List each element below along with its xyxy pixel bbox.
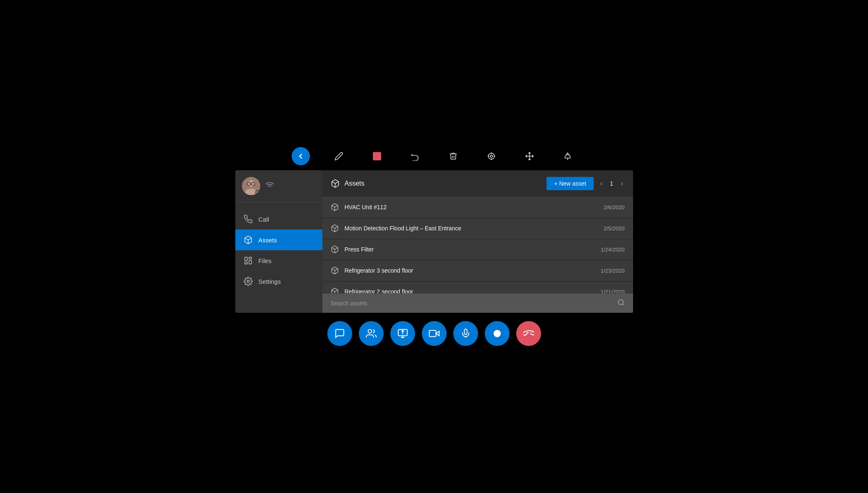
undo-button[interactable] bbox=[406, 147, 424, 165]
chat-button[interactable] bbox=[327, 321, 352, 346]
assets-header-icon bbox=[331, 179, 340, 188]
header-right: + New asset ‹ 1 › bbox=[546, 177, 624, 190]
sidebar-item-assets[interactable]: Assets bbox=[235, 230, 322, 250]
asset-icon-4 bbox=[331, 288, 339, 293]
asset-name-4: Refrigerator 2 second floor bbox=[345, 288, 413, 293]
svg-point-23 bbox=[247, 280, 249, 283]
svg-marker-37 bbox=[436, 331, 439, 336]
asset-name-1: Motion Detection Flood Light – East Entr… bbox=[345, 225, 462, 232]
assets-label: Assets bbox=[259, 237, 277, 244]
mic-button[interactable] bbox=[453, 321, 478, 346]
avatar bbox=[242, 177, 260, 195]
asset-date-3: 1/23/2020 bbox=[601, 268, 625, 274]
participants-button[interactable] bbox=[359, 321, 384, 346]
asset-icon-3 bbox=[331, 266, 339, 275]
end-call-button[interactable] bbox=[516, 321, 541, 346]
settings-icon bbox=[244, 277, 253, 286]
content-area: Assets + New asset ‹ 1 › bbox=[322, 170, 633, 313]
delete-button[interactable] bbox=[444, 147, 462, 165]
next-page-button[interactable]: › bbox=[619, 178, 624, 189]
svg-point-32 bbox=[368, 329, 372, 333]
record-button[interactable] bbox=[485, 321, 510, 346]
sidebar-nav: Call Assets bbox=[235, 202, 322, 313]
search-input[interactable] bbox=[331, 300, 613, 307]
svg-point-0 bbox=[488, 153, 494, 160]
svg-point-1 bbox=[490, 155, 493, 157]
app-container: Call Assets bbox=[227, 147, 641, 346]
move-button[interactable] bbox=[520, 147, 539, 165]
asset-date-4: 1/21/2020 bbox=[601, 289, 625, 294]
wifi-icon bbox=[265, 181, 274, 192]
online-badge bbox=[255, 190, 259, 194]
asset-icon-1 bbox=[331, 224, 339, 232]
prev-page-button[interactable]: ‹ bbox=[599, 178, 604, 189]
asset-icon-0 bbox=[331, 203, 339, 211]
asset-name-3: Refrigerator 3 second floor bbox=[345, 267, 413, 274]
sidebar-item-call[interactable]: Call bbox=[235, 209, 322, 230]
pagination: ‹ 1 › bbox=[599, 178, 625, 189]
svg-rect-39 bbox=[464, 329, 467, 334]
content-title: Assets bbox=[331, 179, 365, 188]
asset-item-1[interactable]: Motion Detection Flood Light – East Entr… bbox=[322, 218, 633, 239]
asset-item-2[interactable]: Press Filter 1/24/2020 bbox=[322, 239, 633, 260]
video-button[interactable] bbox=[422, 321, 447, 346]
action-bar bbox=[327, 321, 541, 346]
settings-label: Settings bbox=[259, 278, 281, 285]
content-header: Assets + New asset ‹ 1 › bbox=[322, 170, 633, 197]
call-label: Call bbox=[259, 216, 269, 223]
svg-rect-19 bbox=[244, 257, 247, 261]
asset-date-2: 1/24/2020 bbox=[601, 247, 625, 253]
back-button[interactable] bbox=[292, 147, 310, 165]
main-window: Call Assets bbox=[235, 170, 633, 313]
new-asset-button[interactable]: + New asset bbox=[546, 177, 593, 190]
asset-item-0[interactable]: HVAC Unit #112 2/6/2020 bbox=[322, 197, 633, 218]
svg-rect-21 bbox=[249, 261, 251, 264]
sidebar-item-settings[interactable]: Settings bbox=[235, 271, 322, 292]
page-title: Assets bbox=[345, 180, 365, 187]
target-button[interactable] bbox=[482, 147, 500, 165]
files-label: Files bbox=[259, 257, 272, 264]
asset-name-2: Press Filter bbox=[345, 246, 374, 253]
asset-icon-2 bbox=[331, 245, 339, 254]
svg-point-41 bbox=[493, 330, 500, 337]
svg-rect-38 bbox=[429, 330, 436, 336]
asset-list: HVAC Unit #112 2/6/2020 Motion Detection… bbox=[322, 197, 633, 293]
toolbar bbox=[292, 147, 577, 165]
search-bar bbox=[322, 293, 633, 313]
asset-date-0: 2/6/2020 bbox=[604, 204, 625, 210]
sidebar: Call Assets bbox=[235, 170, 322, 313]
share-screen-button[interactable] bbox=[390, 321, 415, 346]
phone-icon bbox=[244, 215, 253, 224]
asset-item-4[interactable]: Refrigerator 2 second floor 1/21/2020 bbox=[322, 282, 633, 293]
stop-button[interactable] bbox=[368, 147, 386, 165]
sidebar-item-files[interactable]: Files bbox=[235, 250, 322, 271]
svg-rect-20 bbox=[249, 257, 251, 259]
search-icon bbox=[617, 299, 625, 308]
svg-point-30 bbox=[618, 300, 623, 304]
assets-icon bbox=[244, 235, 253, 244]
page-number: 1 bbox=[607, 180, 616, 187]
svg-rect-22 bbox=[244, 262, 247, 264]
new-asset-label: + New asset bbox=[554, 180, 586, 187]
pen-button[interactable] bbox=[330, 147, 348, 165]
asset-item-3[interactable]: Refrigerator 3 second floor 1/23/2020 bbox=[322, 261, 633, 281]
files-icon bbox=[244, 256, 253, 265]
svg-line-31 bbox=[622, 304, 624, 305]
asset-name-0: HVAC Unit #112 bbox=[345, 204, 387, 210]
sidebar-header bbox=[235, 170, 322, 202]
asset-date-1: 2/5/2020 bbox=[604, 225, 625, 232]
pin-button[interactable] bbox=[559, 147, 577, 165]
